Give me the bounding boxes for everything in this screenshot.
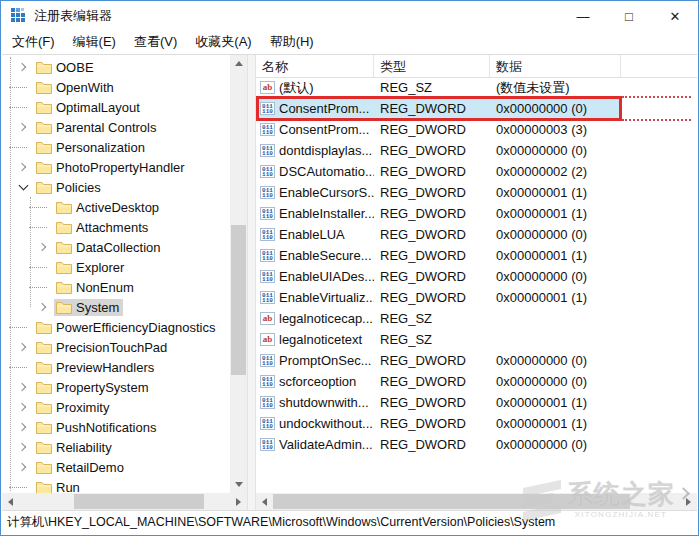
list-row-legalnoticecap[interactable]: ablegalnoticecap...REG_SZ [256,308,621,329]
tree-item-system[interactable]: System [2,297,230,317]
list-row-item[interactable]: ab(默认)REG_SZ(数值未设置) [256,77,621,98]
chevron-right-icon[interactable] [35,299,51,315]
dword-icon: 011110 [260,165,275,178]
tree-item-policies[interactable]: Policies [2,177,230,197]
column-header-type[interactable]: 类型 [374,55,490,77]
scroll-right-icon[interactable] [680,493,697,510]
tree-item-personalization[interactable]: Personalization [2,137,230,157]
tree-item-explorer[interactable]: Explorer [2,257,230,277]
pane-splitter[interactable] [247,55,256,510]
value-name-cell: 011110ConsentProm... [256,101,374,116]
menu-help[interactable]: 帮助(H) [261,31,323,53]
tree-item-propertysystem[interactable]: PropertySystem [2,377,230,397]
chevron-down-icon[interactable] [15,179,31,195]
list-row-enableinstaller[interactable]: 011110EnableInstaller...REG_DWORD0x00000… [256,203,621,224]
tree-item-label: PowerEfficiencyDiagnostics [56,320,215,335]
tree-view: OOBEOpenWithOptimalLayoutParental Contro… [2,55,230,493]
chevron-right-icon[interactable] [15,159,31,175]
list-row-consentprom[interactable]: 011110ConsentProm...REG_DWORD0x00000003 … [256,119,621,140]
close-button[interactable]: ✕ [652,1,698,31]
folder-icon [36,401,52,414]
value-data: 0x00000000 (0) [490,227,621,242]
list-row-promptonsec[interactable]: 011110PromptOnSec...REG_DWORD0x00000000 … [256,350,621,371]
value-type: REG_DWORD [374,101,490,116]
tree-item-datacollection[interactable]: DataCollection [2,237,230,257]
scroll-right-icon[interactable] [230,493,247,510]
list-row-consentprom[interactable]: 011110ConsentProm...REG_DWORD0x00000000 … [256,98,621,119]
value-type: REG_DWORD [374,185,490,200]
tree-item-activedesktop[interactable]: ActiveDesktop [2,197,230,217]
tree-connector [15,79,31,95]
list-row-legalnoticetext[interactable]: ablegalnoticetextREG_SZ [256,329,621,350]
chevron-right-icon[interactable] [15,439,31,455]
value-data: 0x00000001 (1) [490,185,621,200]
list-row-enablelua[interactable]: 011110EnableLUAREG_DWORD0x00000000 (0) [256,224,621,245]
column-header-data[interactable]: 数据 [490,55,621,77]
chevron-right-icon[interactable] [15,459,31,475]
chevron-right-icon[interactable] [15,419,31,435]
tree-connector [15,139,31,155]
tree-item-previewhandlers[interactable]: PreviewHandlers [2,357,230,377]
menu-view[interactable]: 查看(V) [125,31,186,53]
scrollbar-thumb[interactable] [231,225,246,375]
tree-item-reliability[interactable]: Reliability [2,437,230,457]
scrollbar-thumb[interactable] [74,494,204,509]
tree-item-proximity[interactable]: Proximity [2,397,230,417]
value-data: 0x00000001 (1) [490,416,621,431]
tree-item-parental-controls[interactable]: Parental Controls [2,117,230,137]
list-row-enablevirtualiz[interactable]: 011110EnableVirtualiz...REG_DWORD0x00000… [256,287,621,308]
value-data: 0x00000000 (0) [490,269,621,284]
list-row-dscautomatio[interactable]: 011110DSCAutomatio...REG_DWORD0x00000002… [256,161,621,182]
folder-icon [56,281,72,294]
folder-icon [36,481,52,494]
scroll-up-icon[interactable] [230,55,247,72]
tree-item-nonenum[interactable]: NonEnum [2,277,230,297]
chevron-right-icon[interactable] [35,239,51,255]
value-name: undockwithout... [279,416,373,431]
list-horizontal-scrollbar[interactable] [256,493,697,510]
scrollbar-track[interactable] [19,493,230,510]
tree-item-powerefficiencydiagnostics[interactable]: PowerEfficiencyDiagnostics [2,317,230,337]
list-row-enablecursors[interactable]: 011110EnableCursorS...REG_DWORD0x0000000… [256,182,621,203]
selected-key-path: 计算机\HKEY_LOCAL_MACHINE\SOFTWARE\Microsof… [7,515,555,529]
tree-horizontal-scrollbar[interactable] [2,493,247,510]
list-row-shutdownwith[interactable]: 011110shutdownwith...REG_DWORD0x00000001… [256,392,621,413]
list-row-scforceoption[interactable]: 011110scforceoptionREG_DWORD0x00000000 (… [256,371,621,392]
column-header-name[interactable]: 名称 [256,55,374,77]
scroll-left-icon[interactable] [256,493,273,510]
list-row-dontdisplaylas[interactable]: 011110dontdisplaylas...REG_DWORD0x000000… [256,140,621,161]
list-row-enableuiades[interactable]: 011110EnableUIADes...REG_DWORD0x00000000… [256,266,621,287]
menu-favorites[interactable]: 收藏夹(A) [186,31,260,53]
tree-item-retaildemo[interactable]: RetailDemo [2,457,230,477]
scroll-left-icon[interactable] [2,493,19,510]
list-row-validateadmin[interactable]: 011110ValidateAdmin...REG_DWORD0x0000000… [256,434,621,455]
folder-icon [36,421,52,434]
menu-file[interactable]: 文件(F) [3,31,64,53]
value-type: REG_SZ [374,80,490,95]
tree-item-pushnotifications[interactable]: PushNotifications [2,417,230,437]
dword-icon: 011110 [260,144,275,157]
maximize-button[interactable]: □ [606,1,652,31]
list-row-undockwithout[interactable]: 011110undockwithout...REG_DWORD0x0000000… [256,413,621,434]
tree-item-photopropertyhandler[interactable]: PhotoPropertyHandler [2,157,230,177]
chevron-right-icon[interactable] [15,399,31,415]
tree-vertical-scrollbar[interactable] [230,55,247,493]
tree-item-optimallayout[interactable]: OptimalLayout [2,97,230,117]
chevron-right-icon[interactable] [15,119,31,135]
tree-item-oobe[interactable]: OOBE [2,57,230,77]
tree-item-run[interactable]: Run [2,477,230,493]
scroll-down-icon[interactable] [230,476,247,493]
list-body: ab(默认)REG_SZ(数值未设置)011110ConsentProm...R… [256,77,697,493]
scrollbar-thumb[interactable] [273,494,630,509]
tree-item-openwith[interactable]: OpenWith [2,77,230,97]
chevron-right-icon[interactable] [15,59,31,75]
scrollbar-track[interactable] [273,493,680,510]
folder-icon [36,461,52,474]
tree-item-attachments[interactable]: Attachments [2,217,230,237]
tree-item-precisiontouchpad[interactable]: PrecisionTouchPad [2,337,230,357]
chevron-right-icon[interactable] [15,339,31,355]
list-row-enablesecure[interactable]: 011110EnableSecure...REG_DWORD0x00000001… [256,245,621,266]
chevron-right-icon[interactable] [15,379,31,395]
minimize-button[interactable]: — [560,1,606,31]
menu-edit[interactable]: 编辑(E) [64,31,125,53]
